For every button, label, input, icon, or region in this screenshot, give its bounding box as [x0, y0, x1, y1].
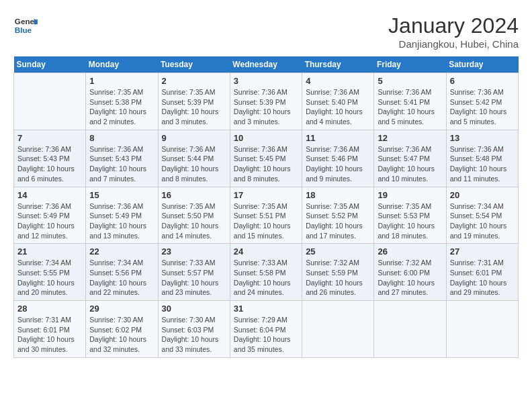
day-number: 11: [306, 133, 370, 143]
day-info-line: Sunrise: 7:35 AM: [306, 202, 359, 210]
day-info-line: Sunset: 6:01 PM: [450, 269, 502, 277]
calendar-cell: 22Sunrise: 7:34 AMSunset: 5:56 PMDayligh…: [86, 244, 158, 301]
day-info-line: and 11 minutes.: [450, 175, 500, 183]
logo-icon: General Blue: [13, 13, 38, 38]
day-info-line: and 29 minutes.: [450, 288, 500, 296]
day-info-line: Daylight: 10 hours: [450, 279, 507, 287]
day-number: 12: [378, 133, 442, 143]
calendar-cell: 17Sunrise: 7:35 AMSunset: 5:51 PMDayligh…: [230, 187, 302, 244]
calendar-cell: 26Sunrise: 7:32 AMSunset: 6:00 PMDayligh…: [374, 244, 446, 301]
day-info-line: and 30 minutes.: [17, 345, 68, 353]
day-number: 13: [450, 133, 515, 143]
day-info-line: Sunrise: 7:34 AM: [89, 259, 143, 267]
day-number: 5: [378, 76, 442, 86]
day-info-line: Sunset: 5:39 PM: [162, 98, 214, 106]
calendar-cell: 11Sunrise: 7:36 AMSunset: 5:46 PMDayligh…: [302, 130, 374, 187]
day-info-line: and 5 minutes.: [378, 118, 424, 126]
day-info-line: Sunset: 5:55 PM: [17, 269, 70, 277]
dow-header-friday: Friday: [374, 56, 446, 73]
day-info-line: Sunset: 5:53 PM: [378, 212, 430, 220]
day-info-line: Sunset: 5:46 PM: [306, 154, 358, 163]
day-info-line: Sunset: 5:58 PM: [234, 269, 286, 277]
day-info-line: and 17 minutes.: [306, 232, 356, 240]
day-info-line: and 26 minutes.: [306, 288, 356, 296]
day-info-line: Sunrise: 7:35 AM: [234, 202, 287, 210]
day-info: Sunrise: 7:31 AMSunset: 6:01 PMDaylight:…: [450, 258, 515, 298]
calendar-cell: 29Sunrise: 7:30 AMSunset: 6:02 PMDayligh…: [86, 301, 158, 358]
day-info-line: Daylight: 10 hours: [17, 279, 75, 287]
day-info-line: Sunrise: 7:34 AM: [450, 202, 504, 210]
calendar-cell: 20Sunrise: 7:34 AMSunset: 5:54 PMDayligh…: [446, 187, 518, 244]
day-info-line: Daylight: 10 hours: [450, 222, 507, 230]
day-info-line: Sunrise: 7:31 AM: [450, 259, 504, 267]
calendar-cell: 8Sunrise: 7:36 AMSunset: 5:43 PMDaylight…: [86, 130, 158, 187]
day-info-line: Sunset: 5:59 PM: [306, 269, 358, 277]
calendar-cell: 21Sunrise: 7:34 AMSunset: 5:55 PMDayligh…: [14, 244, 86, 301]
day-info-line: Sunrise: 7:36 AM: [450, 88, 504, 96]
calendar-week-4: 21Sunrise: 7:34 AMSunset: 5:55 PMDayligh…: [14, 244, 519, 301]
day-info-line: Daylight: 10 hours: [234, 279, 291, 287]
day-info-line: Sunrise: 7:33 AM: [234, 259, 287, 267]
day-info-line: Daylight: 10 hours: [450, 107, 507, 116]
day-number: 16: [162, 190, 226, 200]
day-info-line: and 12 minutes.: [17, 232, 68, 240]
calendar-subtitle: Danjiangkou, Hubei, China: [388, 38, 519, 50]
day-info-line: Sunrise: 7:32 AM: [378, 259, 431, 267]
day-info: Sunrise: 7:31 AMSunset: 6:01 PMDaylight:…: [17, 315, 82, 355]
day-number: 18: [306, 190, 370, 200]
day-number: 28: [17, 304, 82, 314]
calendar-cell: 31Sunrise: 7:29 AMSunset: 6:04 PMDayligh…: [230, 301, 302, 358]
day-info-line: and 18 minutes.: [378, 232, 428, 240]
day-info-line: Sunrise: 7:32 AM: [306, 259, 359, 267]
day-info-line: Sunrise: 7:29 AM: [234, 316, 287, 324]
day-info: Sunrise: 7:33 AMSunset: 5:57 PMDaylight:…: [162, 258, 226, 298]
calendar-cell: 2Sunrise: 7:35 AMSunset: 5:39 PMDaylight…: [158, 73, 230, 130]
calendar-cell: [14, 73, 86, 130]
day-number: 10: [234, 133, 298, 143]
day-info-line: Sunrise: 7:30 AM: [162, 316, 216, 324]
day-info-line: and 33 minutes.: [162, 345, 212, 353]
calendar-cell: [302, 301, 374, 358]
day-info-line: Sunrise: 7:36 AM: [306, 145, 359, 153]
day-number: 3: [234, 76, 298, 86]
calendar-cell: 30Sunrise: 7:30 AMSunset: 6:03 PMDayligh…: [158, 301, 230, 358]
day-info-line: Daylight: 10 hours: [378, 107, 435, 116]
calendar-cell: 12Sunrise: 7:36 AMSunset: 5:47 PMDayligh…: [374, 130, 446, 187]
day-info-line: Daylight: 10 hours: [234, 222, 291, 230]
day-number: 17: [234, 190, 298, 200]
day-info-line: Sunrise: 7:36 AM: [17, 145, 71, 153]
logo: General Blue: [13, 13, 38, 38]
day-number: 8: [89, 133, 154, 143]
calendar-week-3: 14Sunrise: 7:36 AMSunset: 5:49 PMDayligh…: [14, 187, 519, 244]
day-info: Sunrise: 7:36 AMSunset: 5:43 PMDaylight:…: [89, 144, 154, 184]
day-info: Sunrise: 7:30 AMSunset: 6:02 PMDaylight:…: [89, 315, 154, 355]
day-info-line: Daylight: 10 hours: [17, 335, 75, 343]
day-info-line: and 20 minutes.: [17, 288, 68, 296]
day-info-line: Daylight: 10 hours: [162, 222, 219, 230]
day-info: Sunrise: 7:32 AMSunset: 6:00 PMDaylight:…: [378, 258, 442, 298]
day-info-line: Sunset: 5:45 PM: [234, 154, 286, 163]
calendar-cell: 28Sunrise: 7:31 AMSunset: 6:01 PMDayligh…: [14, 301, 86, 358]
day-info-line: Sunrise: 7:36 AM: [378, 88, 431, 96]
calendar-cell: 5Sunrise: 7:36 AMSunset: 5:41 PMDaylight…: [374, 73, 446, 130]
day-info-line: Daylight: 10 hours: [89, 335, 146, 343]
day-info-line: Sunset: 5:47 PM: [378, 154, 430, 163]
calendar-cell: 24Sunrise: 7:33 AMSunset: 5:58 PMDayligh…: [230, 244, 302, 301]
day-info: Sunrise: 7:35 AMSunset: 5:51 PMDaylight:…: [234, 201, 298, 241]
day-info-line: and 3 minutes.: [234, 118, 280, 126]
day-info-line: Sunrise: 7:35 AM: [89, 88, 143, 96]
day-info-line: Sunrise: 7:36 AM: [378, 145, 431, 153]
day-info: Sunrise: 7:36 AMSunset: 5:39 PMDaylight:…: [234, 87, 298, 127]
day-info-line: Sunset: 5:54 PM: [450, 212, 502, 220]
day-info-line: and 3 minutes.: [162, 118, 208, 126]
day-info-line: and 19 minutes.: [450, 232, 500, 240]
day-info: Sunrise: 7:30 AMSunset: 6:03 PMDaylight:…: [162, 315, 226, 355]
day-info-line: Sunrise: 7:35 AM: [162, 88, 216, 96]
day-number: 26: [378, 246, 442, 257]
calendar-title: January 2024: [388, 13, 519, 38]
day-info-line: Daylight: 10 hours: [89, 107, 146, 116]
calendar-cell: [374, 301, 446, 358]
day-number: 14: [17, 190, 82, 200]
day-info: Sunrise: 7:36 AMSunset: 5:46 PMDaylight:…: [306, 144, 370, 184]
day-info-line: Daylight: 10 hours: [306, 279, 363, 287]
